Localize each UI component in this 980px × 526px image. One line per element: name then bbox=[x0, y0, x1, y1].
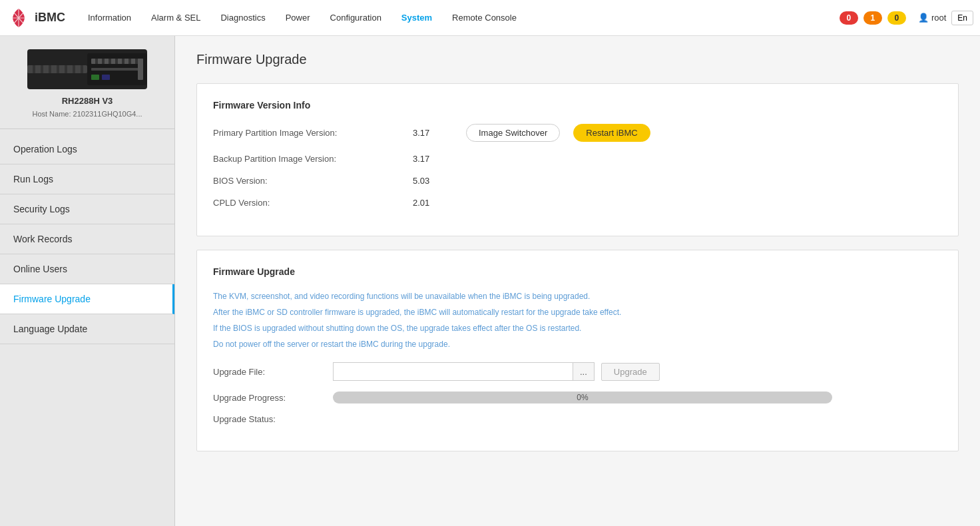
user-icon: 👤 bbox=[918, 13, 929, 23]
cpld-version-row: CPLD Version: 2.01 bbox=[213, 198, 942, 208]
restart-ibmc-button[interactable]: Restart iBMC bbox=[573, 124, 650, 142]
sidebar-item-security-logs[interactable]: Security Logs bbox=[0, 194, 174, 224]
notice-3: If the BIOS is upgraded without shutting… bbox=[213, 322, 942, 334]
sidebar-item-run-logs[interactable]: Run Logs bbox=[0, 164, 174, 194]
sidebar-item-online-users[interactable]: Online Users bbox=[0, 254, 174, 284]
file-browse-button[interactable]: ... bbox=[573, 362, 595, 381]
nav-power[interactable]: Power bbox=[276, 7, 320, 28]
badge-red: 0 bbox=[840, 11, 858, 25]
notice-2: After the iBMC or SD controller firmware… bbox=[213, 306, 942, 318]
bios-version-row: BIOS Version: 5.03 bbox=[213, 176, 942, 186]
main-content: Firmware Upgrade Firmware Version Info P… bbox=[175, 36, 980, 526]
sidebar-menu: Operation Logs Run Logs Security Logs Wo… bbox=[0, 129, 174, 344]
progress-value: 0% bbox=[333, 392, 832, 403]
language-button[interactable]: En bbox=[951, 11, 973, 25]
sidebar-item-work-records[interactable]: Work Records bbox=[0, 224, 174, 254]
nav-links: Information Alarm & SEL Diagnostics Powe… bbox=[79, 7, 840, 28]
upgrade-progress-row: Upgrade Progress: 0% bbox=[213, 392, 942, 403]
nav-diagnostics[interactable]: Diagnostics bbox=[211, 7, 274, 28]
nav-alarm-sel[interactable]: Alarm & SEL bbox=[142, 7, 210, 28]
user-area: 👤 root bbox=[918, 13, 946, 23]
upgrade-file-input[interactable] bbox=[333, 362, 573, 381]
firmware-upgrade-card: Firmware Upgrade The KVM, screenshot, an… bbox=[196, 250, 959, 451]
page-title: Firmware Upgrade bbox=[196, 52, 959, 67]
notice-4: Do not power off the server or restart t… bbox=[213, 338, 942, 350]
badge-orange: 1 bbox=[863, 11, 882, 25]
upgrade-file-row: Upgrade File: ... Upgrade bbox=[213, 362, 942, 381]
bios-version-label: BIOS Version: bbox=[213, 176, 399, 186]
notice-1: The KVM, screenshot, and video recording… bbox=[213, 290, 942, 302]
main-layout: RH2288H V3 Host Name: 2102311GHQ10G4... … bbox=[0, 36, 980, 526]
upgrade-button[interactable]: Upgrade bbox=[601, 363, 660, 381]
server-image bbox=[27, 49, 147, 89]
backup-partition-row: Backup Partition Image Version: 3.17 bbox=[213, 154, 942, 164]
host-name-value: 2102311GHQ10G4... bbox=[73, 110, 142, 118]
host-name: Host Name: 2102311GHQ10G4... bbox=[7, 110, 168, 118]
sidebar-item-operation-logs[interactable]: Operation Logs bbox=[0, 134, 174, 164]
sidebar: RH2288H V3 Host Name: 2102311GHQ10G4... … bbox=[0, 36, 175, 526]
primary-partition-label: Primary Partition Image Version: bbox=[213, 128, 399, 138]
sidebar-item-language-update[interactable]: Language Update bbox=[0, 314, 174, 344]
primary-partition-row: Primary Partition Image Version: 3.17 Im… bbox=[213, 124, 942, 142]
bios-version-value: 5.03 bbox=[413, 176, 453, 186]
primary-partition-value: 3.17 bbox=[413, 128, 453, 138]
server-model: RH2288H V3 bbox=[7, 96, 168, 106]
upgrade-progress-label: Upgrade Progress: bbox=[213, 393, 333, 403]
nav-right: 0 1 0 👤 root En bbox=[840, 11, 973, 25]
firmware-version-title: Firmware Version Info bbox=[213, 100, 942, 111]
brand-name: iBMC bbox=[35, 11, 65, 25]
image-switchover-button[interactable]: Image Switchover bbox=[466, 124, 560, 142]
logo-area: iBMC bbox=[7, 6, 65, 30]
upgrade-status-label: Upgrade Status: bbox=[213, 414, 333, 424]
nav-system[interactable]: System bbox=[392, 7, 441, 28]
username: root bbox=[931, 13, 946, 23]
firmware-version-card: Firmware Version Info Primary Partition … bbox=[196, 83, 959, 236]
upgrade-status-row: Upgrade Status: bbox=[213, 414, 942, 424]
top-navigation: iBMC Information Alarm & SEL Diagnostics… bbox=[0, 0, 980, 36]
huawei-logo-icon bbox=[7, 6, 31, 30]
firmware-upgrade-section-title: Firmware Upgrade bbox=[213, 266, 942, 277]
file-input-area: ... bbox=[333, 362, 595, 381]
badge-yellow: 0 bbox=[887, 11, 906, 25]
sidebar-item-firmware-upgrade[interactable]: Firmware Upgrade bbox=[0, 284, 174, 314]
progress-bar: 0% bbox=[333, 392, 832, 403]
backup-partition-label: Backup Partition Image Version: bbox=[213, 154, 399, 164]
server-info: RH2288H V3 Host Name: 2102311GHQ10G4... bbox=[0, 36, 174, 129]
cpld-version-label: CPLD Version: bbox=[213, 198, 399, 208]
nav-configuration[interactable]: Configuration bbox=[321, 7, 391, 28]
upgrade-form: Upgrade File: ... Upgrade Upgrade Progre… bbox=[213, 362, 942, 424]
backup-partition-value: 3.17 bbox=[413, 154, 453, 164]
upgrade-file-label: Upgrade File: bbox=[213, 367, 333, 377]
nav-remote-console[interactable]: Remote Console bbox=[443, 7, 526, 28]
cpld-version-value: 2.01 bbox=[413, 198, 453, 208]
nav-information[interactable]: Information bbox=[79, 7, 140, 28]
